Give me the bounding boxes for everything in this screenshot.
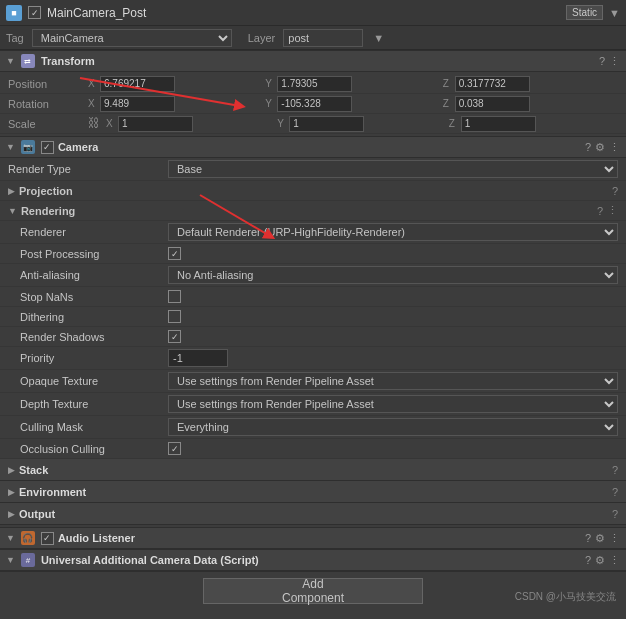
depth-texture-row: Depth Texture Use settings from Render P…: [0, 393, 626, 416]
rendering-menu-icon[interactable]: ⋮: [607, 204, 618, 217]
scale-label: Scale: [8, 118, 88, 130]
environment-arrow[interactable]: ▶: [8, 487, 15, 497]
audio-menu-icon[interactable]: ⋮: [609, 532, 620, 545]
render-shadows-value: [168, 330, 618, 343]
culling-mask-select[interactable]: Everything: [168, 418, 618, 436]
audio-help-icon[interactable]: ?: [585, 532, 591, 545]
projection-subsection: ▶ Projection ?: [0, 181, 626, 201]
opaque-texture-select[interactable]: Use settings from Render Pipeline Asset: [168, 372, 618, 390]
camera-section-header: ▼ 📷 Camera ? ⚙ ⋮: [0, 136, 626, 158]
occlusion-culling-checkbox[interactable]: [168, 442, 181, 455]
static-badge[interactable]: Static: [566, 5, 603, 20]
stack-arrow[interactable]: ▶: [8, 465, 15, 475]
tag-dropdown[interactable]: MainCamera: [32, 29, 232, 47]
rotation-x-field: X: [88, 96, 263, 112]
anti-aliasing-label: Anti-aliasing: [8, 269, 168, 281]
universal-help-icon[interactable]: ?: [585, 554, 591, 567]
rotation-label: Rotation: [8, 98, 88, 110]
position-z-input[interactable]: [455, 76, 530, 92]
render-shadows-label: Render Shadows: [8, 331, 168, 343]
environment-title: Environment: [19, 486, 608, 498]
universal-settings-icon[interactable]: ⚙: [595, 554, 605, 567]
render-shadows-checkbox[interactable]: [168, 330, 181, 343]
environment-help-icon[interactable]: ?: [612, 486, 618, 498]
camera-menu-icon[interactable]: ⋮: [609, 141, 620, 154]
projection-title: Projection: [19, 185, 73, 197]
scale-xyz: ⛓ X Y Z: [88, 116, 618, 132]
position-z-field: Z: [443, 76, 618, 92]
rendering-title: Rendering: [21, 205, 75, 217]
post-processing-row: Post Processing: [0, 244, 626, 264]
layer-label: Layer: [248, 32, 276, 44]
dithering-checkbox[interactable]: [168, 310, 181, 323]
render-type-value: Base: [168, 160, 618, 178]
header-bar: ■ MainCamera_Post Static ▼: [0, 0, 626, 26]
stack-title: Stack: [19, 464, 608, 476]
renderer-select[interactable]: Default Renderer (URP-HighFidelity-Rende…: [168, 223, 618, 241]
position-row: Position X Y Z: [0, 74, 626, 94]
audio-expand-arrow[interactable]: ▼: [6, 533, 15, 543]
stop-nans-label: Stop NaNs: [8, 291, 168, 303]
culling-mask-label: Culling Mask: [8, 421, 168, 433]
rendering-arrow[interactable]: ▼: [8, 206, 17, 216]
rotation-z-input[interactable]: [455, 96, 530, 112]
scale-x-input[interactable]: [118, 116, 193, 132]
projection-arrow[interactable]: ▶: [8, 186, 15, 196]
audio-settings-icon[interactable]: ⚙: [595, 532, 605, 545]
rendering-help-icon[interactable]: ?: [597, 205, 603, 217]
post-processing-checkbox[interactable]: [168, 247, 181, 260]
anti-aliasing-row: Anti-aliasing No Anti-aliasing: [0, 264, 626, 287]
static-dropdown-icon[interactable]: ▼: [609, 7, 620, 19]
output-title: Output: [19, 508, 608, 520]
layer-dropdown-icon[interactable]: ▼: [373, 32, 384, 44]
priority-input[interactable]: [168, 349, 228, 367]
transform-menu-icon[interactable]: ⋮: [609, 55, 620, 68]
occlusion-culling-row: Occlusion Culling: [0, 439, 626, 459]
rotation-x-input[interactable]: [100, 96, 175, 112]
rotation-y-field: Y: [265, 96, 440, 112]
renderer-value: Default Renderer (URP-HighFidelity-Rende…: [168, 223, 618, 241]
camera-help-icon[interactable]: ?: [585, 141, 591, 154]
anti-aliasing-select[interactable]: No Anti-aliasing: [168, 266, 618, 284]
renderer-row: Renderer Default Renderer (URP-HighFidel…: [0, 221, 626, 244]
environment-section: ▶ Environment ?: [0, 481, 626, 503]
camera-enabled-checkbox[interactable]: [41, 141, 54, 154]
render-type-select[interactable]: Base: [168, 160, 618, 178]
depth-texture-select[interactable]: Use settings from Render Pipeline Asset: [168, 395, 618, 413]
ry-axis-label: Y: [265, 98, 275, 109]
universal-expand-arrow[interactable]: ▼: [6, 555, 15, 565]
scale-link-icon[interactable]: ⛓: [88, 116, 100, 132]
gameobject-name: MainCamera_Post: [47, 6, 560, 20]
transform-expand-arrow[interactable]: ▼: [6, 56, 15, 66]
gameobject-active-checkbox[interactable]: [28, 6, 41, 19]
scale-y-input[interactable]: [289, 116, 364, 132]
transform-title: Transform: [41, 55, 595, 67]
priority-row: Priority: [0, 347, 626, 370]
position-x-field: X: [88, 76, 263, 92]
transform-section-header: ▼ ⇄ Transform ? ⋮: [0, 50, 626, 72]
stack-help-icon[interactable]: ?: [612, 464, 618, 476]
audio-icon: 🎧: [21, 531, 35, 545]
transform-help-icon[interactable]: ?: [599, 55, 605, 68]
audio-title: Audio Listener: [58, 532, 581, 544]
layer-input[interactable]: [283, 29, 363, 47]
audio-section-actions: ? ⚙ ⋮: [585, 532, 620, 545]
position-y-input[interactable]: [277, 76, 352, 92]
add-component-button[interactable]: Add Component: [203, 578, 423, 604]
output-help-icon[interactable]: ?: [612, 508, 618, 520]
scale-z-input[interactable]: [461, 116, 536, 132]
rotation-y-input[interactable]: [277, 96, 352, 112]
tag-label: Tag: [6, 32, 24, 44]
projection-help-icon[interactable]: ?: [612, 185, 618, 197]
camera-settings-icon[interactable]: ⚙: [595, 141, 605, 154]
audio-enabled-checkbox[interactable]: [41, 532, 54, 545]
watermark: CSDN @小马技美交流: [515, 590, 616, 604]
scale-row: Scale ⛓ X Y Z: [0, 114, 626, 134]
output-arrow[interactable]: ▶: [8, 509, 15, 519]
universal-menu-icon[interactable]: ⋮: [609, 554, 620, 567]
sy-axis-label: Y: [277, 118, 287, 129]
position-x-input[interactable]: [100, 76, 175, 92]
stop-nans-checkbox[interactable]: [168, 290, 181, 303]
gameobject-icon: ■: [6, 5, 22, 21]
camera-expand-arrow[interactable]: ▼: [6, 142, 15, 152]
